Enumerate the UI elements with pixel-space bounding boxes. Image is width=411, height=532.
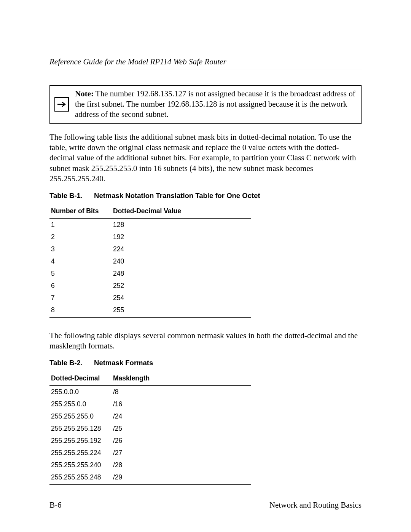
note-box: Note: The number 192.68.135.127 is not a… <box>49 85 362 124</box>
table1-cap-num: Table B-1. <box>49 192 83 200</box>
note-label: Note: <box>75 89 94 98</box>
table2-cap-title: Netmask Formats <box>94 359 153 367</box>
section-title: Network and Routing Basics <box>269 500 362 510</box>
note-body: The number 192.68.135.127 is not assigne… <box>75 89 355 119</box>
table-row: 2192 <box>49 231 251 243</box>
table1-header-col1: Number of Bits <box>49 204 112 219</box>
table1-cell: 6 <box>49 280 112 292</box>
table1-header-col2: Dotted-Decimal Value <box>112 204 251 219</box>
table-row: 3224 <box>49 243 251 255</box>
table1-cell: 248 <box>112 267 251 280</box>
table2-cap-num: Table B-2. <box>49 359 83 367</box>
header-rule <box>49 70 362 70</box>
table1-cell: 7 <box>49 292 112 304</box>
running-head: Reference Guide for the Model RP114 Web … <box>49 57 362 67</box>
table2-cell: 255.255.255.192 <box>49 435 112 447</box>
table2-cell: 255.255.255.248 <box>49 471 112 484</box>
note-text: Note: The number 192.68.135.127 is not a… <box>73 86 361 123</box>
paragraph-1: The following table lists the additional… <box>49 132 362 184</box>
table-b1: Number of Bits Dotted-Decimal Value 1128… <box>49 204 251 318</box>
table-row: 255.255.255.192/26 <box>49 435 251 447</box>
table1-cell: 192 <box>112 231 251 243</box>
table1-cell: 224 <box>112 243 251 255</box>
table1-caption: Table B-1.Netmask Notation Translation T… <box>49 192 362 200</box>
table2-cell: 255.255.255.240 <box>49 459 112 471</box>
table-row: 5248 <box>49 267 251 280</box>
table2-cell: /16 <box>112 398 251 410</box>
table1-cell: 3 <box>49 243 112 255</box>
table1-cell: 5 <box>49 267 112 280</box>
table2-cell: /29 <box>112 471 251 484</box>
table-row: 255.255.255.248/29 <box>49 471 251 484</box>
table-b2: Dotted-Decimal Masklength 255.0.0.0/8255… <box>49 371 251 485</box>
table2-cell: 255.255.0.0 <box>49 398 112 410</box>
table-row: 255.0.0.0/8 <box>49 386 251 398</box>
table-row: 8255 <box>49 304 251 317</box>
footer-rule <box>49 498 362 498</box>
table-row: 6252 <box>49 280 251 292</box>
page-footer: B-6 Network and Routing Basics <box>49 498 362 510</box>
table2-cell: /28 <box>112 459 251 471</box>
note-icon-cell <box>50 86 73 123</box>
page-number: B-6 <box>49 500 62 510</box>
table2-caption: Table B-2.Netmask Formats <box>49 359 362 367</box>
table-row: 255.255.255.224/27 <box>49 447 251 459</box>
table2-cell: 255.255.255.128 <box>49 422 112 435</box>
table2-cell: 255.255.255.224 <box>49 447 112 459</box>
table1-cell: 8 <box>49 304 112 317</box>
table2-header-col2: Masklength <box>112 371 251 386</box>
table-row: 255.255.255.240/28 <box>49 459 251 471</box>
table2-cell: 255.255.255.0 <box>49 410 112 422</box>
table-row: 255.255.255.0/24 <box>49 410 251 422</box>
table1-cap-title: Netmask Notation Translation Table for O… <box>94 192 260 200</box>
table2-cell: /8 <box>112 386 251 398</box>
table-row: 7254 <box>49 292 251 304</box>
table1-cell: 4 <box>49 255 112 267</box>
table-row: 255.255.0.0/16 <box>49 398 251 410</box>
table-row: 4240 <box>49 255 251 267</box>
table1-cell: 1 <box>49 219 112 231</box>
paragraph-2: The following table displays several com… <box>49 331 362 351</box>
table2-cell: /24 <box>112 410 251 422</box>
table1-cell: 254 <box>112 292 251 304</box>
arrow-right-icon <box>54 97 69 112</box>
table2-cell: /27 <box>112 447 251 459</box>
table2-cell: 255.0.0.0 <box>49 386 112 398</box>
table1-cell: 240 <box>112 255 251 267</box>
table-row: 255.255.255.128/25 <box>49 422 251 435</box>
table1-cell: 128 <box>112 219 251 231</box>
table2-header-col1: Dotted-Decimal <box>49 371 112 386</box>
table1-cell: 252 <box>112 280 251 292</box>
table2-cell: /25 <box>112 422 251 435</box>
table1-cell: 255 <box>112 304 251 317</box>
table2-cell: /26 <box>112 435 251 447</box>
table-row: 1128 <box>49 219 251 231</box>
table1-cell: 2 <box>49 231 112 243</box>
